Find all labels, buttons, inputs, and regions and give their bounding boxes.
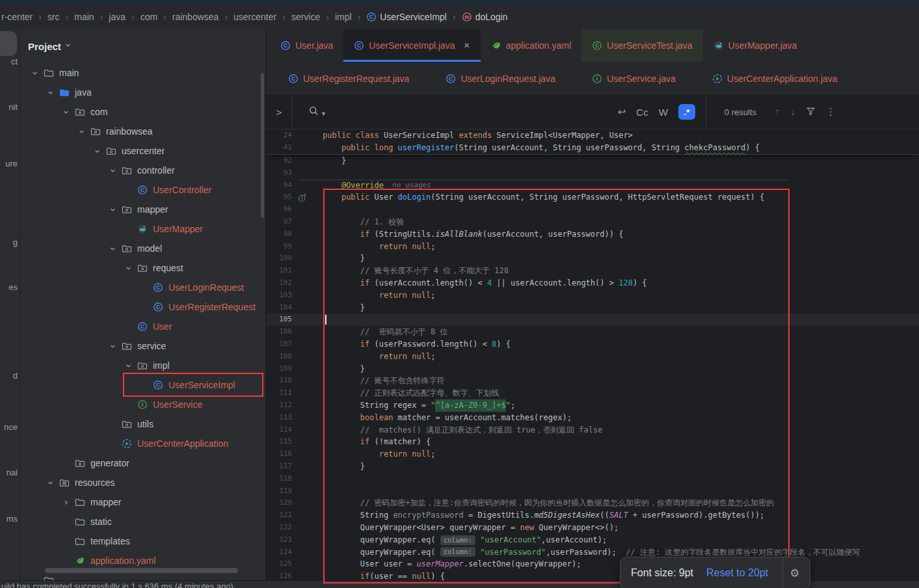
filter-icon[interactable] xyxy=(806,106,816,118)
gutter[interactable]: 109 xyxy=(266,363,323,375)
tree-item-impl[interactable]: impl xyxy=(20,356,265,375)
line-number[interactable]: 100 xyxy=(266,252,292,265)
code-text[interactable]: public User doLogin(String userAccount, … xyxy=(323,191,764,204)
gutter[interactable]: 107 xyxy=(266,338,323,351)
breadcrumb-item[interactable]: java xyxy=(107,12,127,22)
line-number[interactable]: 114 xyxy=(266,424,292,436)
gutter[interactable]: 123 xyxy=(266,534,323,546)
code-text[interactable]: // matches() 满足正则表达式，则返回 true，否则返回 false xyxy=(323,424,602,436)
code-line-98[interactable]: 98 if (StringUtils.isAllBlank(userAccoun… xyxy=(266,228,919,241)
chevron-open-icon[interactable] xyxy=(105,342,120,351)
line-number[interactable]: 115 xyxy=(266,436,292,448)
code-text[interactable]: boolean matcher = userAccount.matches(re… xyxy=(323,412,572,424)
tree-item-UserCenterApplication[interactable]: UserCenterApplication xyxy=(20,434,265,453)
expand-search-button[interactable]: > xyxy=(266,95,293,129)
code-text[interactable]: String encryptPassword = DigestUtils.md5… xyxy=(323,509,764,522)
breadcrumb-item[interactable]: service xyxy=(290,12,321,22)
tree-item-UserServiceImpl[interactable]: CUserServiceImpl xyxy=(20,375,265,395)
tree-item-UserLoginRequest[interactable]: CUserLoginRequest xyxy=(20,278,265,297)
code-text[interactable]: if (userAccount.length() < 4 || userAcco… xyxy=(323,277,647,289)
code-line-116[interactable]: 116 return null; xyxy=(266,448,919,461)
line-number[interactable]: 110 xyxy=(266,375,292,387)
chevron-open-icon[interactable] xyxy=(73,127,89,136)
gutter[interactable]: 119 xyxy=(266,485,323,498)
line-number[interactable]: 95 xyxy=(266,191,292,204)
previous-occurrence-button[interactable]: ↑ xyxy=(775,106,780,118)
code-text[interactable]: // 账号不包含特殊字符 xyxy=(323,375,444,387)
gutter[interactable]: 24 xyxy=(266,129,323,142)
tree-item-UserService[interactable]: IUserService xyxy=(20,395,265,414)
code-line-123[interactable]: 123 queryWrapper.eq( column: "userAccoun… xyxy=(266,534,919,546)
toolwindow-label-fragment[interactable]: ms xyxy=(7,514,18,524)
code-line-95[interactable]: 95I public User doLogin(String userAccou… xyxy=(266,191,919,204)
code-line-107[interactable]: 107 if (userPassword.length() < 8) { xyxy=(266,338,919,351)
tree-item-rainbowsea[interactable]: rainbowsea xyxy=(20,122,265,141)
code-line-24[interactable]: 24public class UserServiceImpl extends S… xyxy=(266,129,919,142)
code-text[interactable]: return null; xyxy=(323,448,435,461)
line-number[interactable]: 96 xyxy=(266,204,292,216)
gutter[interactable]: 92 xyxy=(266,155,323,167)
tree-item-controller[interactable]: controller xyxy=(20,161,265,180)
override-gutter-icon[interactable]: I xyxy=(292,191,313,204)
tree-item-usercenter[interactable]: usercenter xyxy=(20,141,265,161)
editor-tab-UserCenterApplication.java[interactable]: UserCenterApplication.java xyxy=(694,62,856,95)
code-text[interactable]: return null; xyxy=(323,351,435,363)
tree-item-UserMapper[interactable]: UserMapper xyxy=(20,219,265,239)
tree-horizontal-scrollbar[interactable] xyxy=(45,568,238,573)
gutter[interactable]: 100 xyxy=(266,252,323,265)
code-line-94[interactable]: 94 @Override no usages xyxy=(266,180,919,192)
line-number[interactable]: 121 xyxy=(266,509,292,522)
toolwindow-label-fragment[interactable]: ct xyxy=(11,57,18,66)
code-line-105[interactable]: 105 xyxy=(266,314,919,326)
code-text[interactable]: queryWrapper.eq( column: "userAccount",u… xyxy=(323,534,607,546)
chevron-open-icon[interactable] xyxy=(105,167,120,175)
search-icon[interactable] xyxy=(308,105,319,119)
tree-item-resources[interactable]: resources xyxy=(20,473,265,492)
gutter[interactable]: 108 xyxy=(266,351,323,363)
line-number[interactable]: 94 xyxy=(266,180,292,192)
line-number[interactable]: 126 xyxy=(266,570,292,581)
editor-tab-UserRegisterRequest.java[interactable]: CUserRegisterRequest.java xyxy=(270,62,427,95)
code-text[interactable]: } xyxy=(323,461,365,473)
code-line-93[interactable]: 93 xyxy=(266,167,919,180)
line-number[interactable]: 117 xyxy=(266,461,292,473)
code-line-100[interactable]: 100 } xyxy=(266,252,919,265)
code-line-41[interactable]: 41 public long userRegister(String userA… xyxy=(266,142,919,154)
code-text[interactable]: if (userPassword.length() < 8) { xyxy=(323,338,511,351)
tree-item-UserController[interactable]: CUserController xyxy=(20,180,265,200)
editor-tab-UserMapper.java[interactable]: UserMapper.java xyxy=(703,29,808,62)
breadcrumb-item[interactable]: src xyxy=(46,12,61,22)
code-line-121[interactable]: 121 String encryptPassword = DigestUtils… xyxy=(266,509,919,522)
gutter[interactable]: 122 xyxy=(266,522,323,534)
line-number[interactable]: 112 xyxy=(266,399,292,412)
code-text[interactable]: return null; xyxy=(323,289,435,302)
code-text[interactable]: User user = userMapper.selectOne(queryWr… xyxy=(323,558,581,570)
gutter[interactable]: 97 xyxy=(266,216,323,228)
code-line-111[interactable]: 111 // 正则表达式匹配字母、数字、下划线 xyxy=(266,387,919,399)
gutter[interactable]: 114 xyxy=(266,424,323,436)
line-number[interactable]: 120 xyxy=(266,497,292,509)
gutter[interactable]: 96 xyxy=(266,204,323,216)
code-line-114[interactable]: 114 // matches() 满足正则表达式，则返回 true，否则返回 f… xyxy=(266,424,919,436)
project-panel-header[interactable]: Project xyxy=(20,29,265,63)
breadcrumb-item[interactable]: main xyxy=(73,12,95,22)
editor-tab-UserServiceImpl.java[interactable]: CUserServiceImpl.java✕ xyxy=(343,29,480,62)
tree-item-mapper[interactable]: mapper xyxy=(20,200,265,219)
code-line-97[interactable]: 97 // 1. 校验 xyxy=(266,216,919,228)
tree-item-static[interactable]: static xyxy=(20,512,265,531)
code-line-122[interactable]: 122 QueryWrapper<User> queryWrapper = ne… xyxy=(266,522,919,534)
breadcrumb-item[interactable]: mdoLogin xyxy=(460,12,509,22)
code-text[interactable]: // 账号长度不小于 4 位，不能大于 128 xyxy=(323,265,509,277)
line-number[interactable]: 108 xyxy=(266,351,292,363)
tree-item-generator[interactable]: generator xyxy=(20,453,265,473)
code-text[interactable]: return null; xyxy=(323,241,435,253)
gutter[interactable]: 115 xyxy=(266,436,323,448)
line-number[interactable]: 119 xyxy=(266,485,292,498)
code-line-117[interactable]: 117 } xyxy=(266,461,919,473)
gutter[interactable]: 106 xyxy=(266,326,323,338)
code-text[interactable]: } xyxy=(323,363,365,375)
gutter[interactable]: 99 xyxy=(266,241,323,253)
editor-tab-UserLoginRequest.java[interactable]: CUserLoginRequest.java xyxy=(427,62,574,95)
gutter[interactable]: 102 xyxy=(266,277,323,289)
code-line-101[interactable]: 101 // 账号长度不小于 4 位，不能大于 128 xyxy=(266,265,919,277)
